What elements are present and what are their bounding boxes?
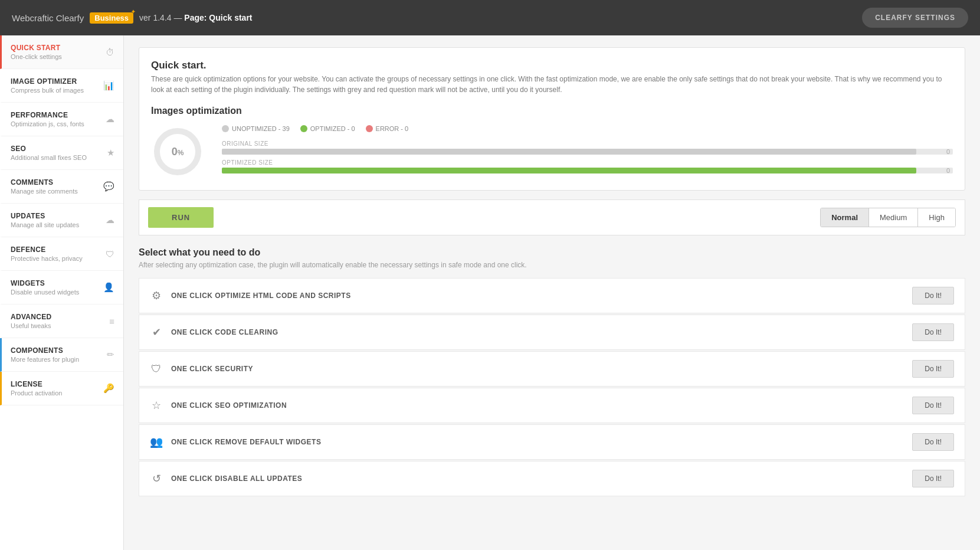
optimized-size-value: 0: [946, 167, 950, 174]
optimized-size-fill: [222, 168, 916, 173]
sidebar-item-image-optimizer[interactable]: IMAGE OPTIMIZER Compress bulk of images …: [0, 69, 123, 103]
action-icon: 🛡: [150, 363, 163, 375]
mode-btn-medium[interactable]: Medium: [869, 208, 918, 227]
images-section-title: Images optimization: [151, 106, 953, 116]
sidebar-title-advanced: ADVANCED: [11, 313, 106, 321]
sidebar-title-quick-start: QUICK START: [11, 44, 103, 52]
mode-btn-high[interactable]: High: [918, 208, 955, 227]
sidebar-sub-updates: Manage all site updates: [11, 221, 103, 228]
sidebar-icon-comments: 💬: [103, 181, 114, 192]
sidebar-icon-updates: ☁: [106, 215, 114, 225]
sidebar-item-updates[interactable]: UPDATES Manage all site updates ☁: [0, 204, 123, 237]
images-opt-row: 0% UNOPTIMIZED - 39 OPTIMIZED - 0: [151, 125, 953, 178]
do-it-button[interactable]: Do It!: [912, 397, 954, 414]
action-icon: ✔: [150, 326, 163, 339]
legend-unoptimized: UNOPTIMIZED - 39: [222, 125, 290, 132]
optimized-size-row: OPTIMIZED SIZE 0: [222, 159, 953, 173]
sidebar-item-comments[interactable]: COMMENTS Manage site comments 💬: [0, 170, 123, 204]
action-icon: ☆: [150, 399, 163, 412]
sidebar-sub-quick-start: One-click settings: [11, 53, 103, 60]
action-icon: ↺: [150, 472, 163, 485]
action-row: 🛡 ONE CLICK SECURITY Do It!: [139, 351, 965, 387]
action-label: ONE CLICK DISABLE ALL UPDATES: [171, 474, 302, 483]
sidebar-item-widgets[interactable]: WIDGETS Disable unused widgets 👤: [0, 271, 123, 305]
do-it-button[interactable]: Do It!: [912, 287, 954, 305]
sidebar-title-performance: PERFORMANCE: [11, 111, 103, 119]
action-rows-container: ⚙ ONE CLICK OPTIMIZE HTML CODE AND SCRIP…: [139, 278, 965, 496]
sidebar-icon-license: 🔑: [103, 383, 114, 394]
do-it-button[interactable]: Do It!: [912, 360, 954, 378]
sidebar-sub-comments: Manage site comments: [11, 188, 100, 195]
original-size-track: 0: [222, 149, 953, 155]
app-name: Webcraftic Clearfy: [12, 13, 84, 23]
action-label: ONE CLICK SECURITY: [171, 365, 253, 373]
run-button[interactable]: RUN: [148, 207, 214, 228]
action-icon: 👥: [150, 436, 163, 448]
mode-buttons: NormalMediumHigh: [820, 208, 956, 227]
clearfy-settings-button[interactable]: CLEARFY SETTINGS: [862, 8, 968, 28]
legend-error: ERROR - 0: [366, 125, 409, 132]
sidebar-title-seo: SEO: [11, 145, 104, 153]
sidebar-item-defence[interactable]: DEFENCE Protective hacks, privacy 🛡: [0, 237, 123, 271]
action-label: ONE CLICK REMOVE DEFAULT WIDGETS: [171, 438, 321, 446]
action-label: ONE CLICK CODE CLEARING: [171, 328, 278, 336]
sidebar-icon-seo: ★: [107, 148, 114, 158]
sidebar-icon-performance: ☁: [106, 114, 114, 125]
optimized-size-label: OPTIMIZED SIZE: [222, 159, 953, 166]
sidebar-icon-image-optimizer: 📊: [103, 80, 114, 91]
sidebar-title-license: LICENSE: [11, 380, 100, 388]
do-it-button[interactable]: Do It!: [912, 433, 954, 451]
sidebar-sub-advanced: Useful tweaks: [11, 322, 106, 329]
sidebar-title-updates: UPDATES: [11, 212, 103, 220]
action-row: 👥 ONE CLICK REMOVE DEFAULT WIDGETS Do It…: [139, 424, 965, 460]
action-row: ↺ ONE CLICK DISABLE ALL UPDATES Do It!: [139, 461, 965, 496]
original-size-label: ORIGINAL SIZE: [222, 140, 953, 147]
do-it-button[interactable]: Do It!: [912, 323, 954, 341]
legend-optimized: OPTIMIZED - 0: [300, 125, 355, 132]
topbar: Webcraftic Clearfy Business ver 1.4.4 — …: [0, 0, 980, 35]
do-it-button[interactable]: Do It!: [912, 470, 954, 487]
sidebar-title-comments: COMMENTS: [11, 178, 100, 186]
run-bar: RUN NormalMediumHigh: [139, 199, 965, 235]
select-title: Select what you need to do: [139, 247, 965, 258]
sidebar-item-performance[interactable]: PERFORMANCE Optimization js, css, fonts …: [0, 103, 123, 136]
sidebar-sub-widgets: Disable unused widgets: [11, 289, 100, 296]
unoptimized-dot: [222, 125, 229, 132]
mode-btn-normal[interactable]: Normal: [821, 208, 869, 227]
quick-start-card: Quick start. These are quick optimizatio…: [139, 47, 965, 191]
original-size-fill: [222, 149, 916, 155]
sidebar-icon-advanced: ≡: [109, 316, 114, 326]
sidebar-icon-defence: 🛡: [106, 249, 114, 259]
main-layout: QUICK START One-click settings ⏱ IMAGE O…: [0, 35, 980, 550]
optimized-label: OPTIMIZED - 0: [310, 125, 355, 132]
sidebar-sub-components: More features for plugin: [11, 356, 104, 363]
sidebar: QUICK START One-click settings ⏱ IMAGE O…: [0, 35, 124, 550]
images-opt-details: UNOPTIMIZED - 39 OPTIMIZED - 0 ERROR - 0: [222, 125, 953, 178]
select-section: Select what you need to do After selecti…: [139, 247, 965, 496]
sidebar-icon-components: ✏: [107, 349, 114, 360]
sidebar-sub-seo: Additional small fixes SEO: [11, 154, 104, 161]
sidebar-sub-performance: Optimization js, css, fonts: [11, 120, 103, 127]
action-row: ⚙ ONE CLICK OPTIMIZE HTML CODE AND SCRIP…: [139, 278, 965, 313]
sidebar-title-widgets: WIDGETS: [11, 279, 100, 287]
version-text: ver 1.4.4 — Page: Quick start: [139, 13, 252, 22]
sidebar-title-image-optimizer: IMAGE OPTIMIZER: [11, 77, 100, 86]
sidebar-icon-quick-start: ⏱: [106, 47, 114, 57]
sidebar-item-advanced[interactable]: ADVANCED Useful tweaks ≡: [0, 305, 123, 338]
main-content: Quick start. These are quick optimizatio…: [124, 35, 980, 550]
sidebar-title-components: COMPONENTS: [11, 346, 104, 355]
main-desc: These are quick optimization options for…: [151, 74, 953, 95]
error-dot: [366, 125, 373, 132]
main-title: Quick start.: [151, 60, 953, 71]
sidebar-item-license[interactable]: LICENSE Product activation 🔑: [0, 372, 123, 405]
action-label: ONE CLICK OPTIMIZE HTML CODE AND SCRIPTS: [171, 292, 351, 300]
action-row: ☆ ONE CLICK SEO OPTIMIZATION Do It!: [139, 388, 965, 423]
sidebar-item-quick-start[interactable]: QUICK START One-click settings ⏱: [0, 35, 123, 69]
sidebar-item-seo[interactable]: SEO Additional small fixes SEO ★: [0, 136, 123, 170]
sidebar-item-components[interactable]: COMPONENTS More features for plugin ✏: [0, 338, 123, 372]
original-size-value: 0: [946, 148, 950, 155]
optimized-size-track: 0: [222, 168, 953, 173]
sidebar-sub-license: Product activation: [11, 389, 100, 397]
donut-value: 0%: [172, 146, 184, 158]
error-label: ERROR - 0: [376, 125, 409, 132]
